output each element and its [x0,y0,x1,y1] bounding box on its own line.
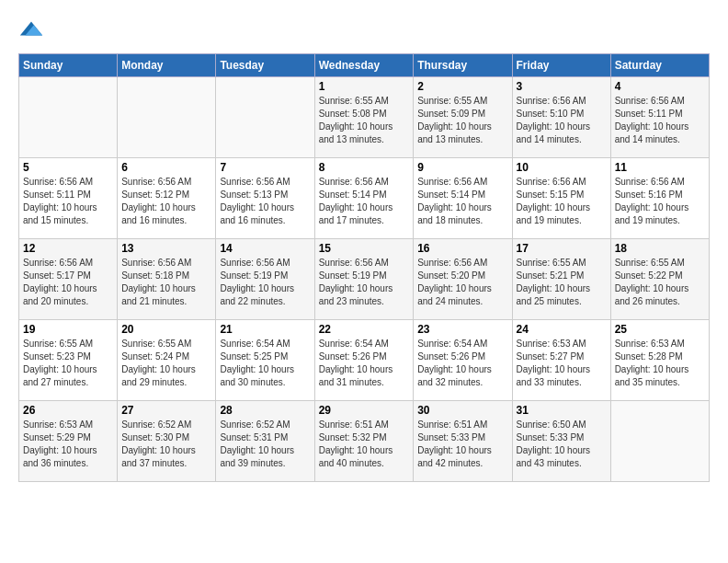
day-info: Sunrise: 6:53 AMSunset: 5:27 PMDaylight:… [517,338,607,389]
day-cell-6: 6Sunrise: 6:56 AMSunset: 5:12 PMDaylight… [118,158,216,239]
day-cell-15: 15Sunrise: 6:56 AMSunset: 5:19 PMDayligh… [314,239,414,320]
day-info: Sunrise: 6:56 AMSunset: 5:11 PMDaylight:… [615,95,705,146]
day-cell-23: 23Sunrise: 6:54 AMSunset: 5:26 PMDayligh… [414,320,512,401]
day-number: 11 [615,161,705,174]
day-info: Sunrise: 6:56 AMSunset: 5:18 PMDaylight:… [121,257,211,308]
day-info: Sunrise: 6:56 AMSunset: 5:10 PMDaylight:… [517,95,607,146]
day-number: 6 [121,161,211,174]
day-cell-8: 8Sunrise: 6:56 AMSunset: 5:14 PMDaylight… [314,158,414,239]
empty-cell [19,77,118,158]
day-info: Sunrise: 6:51 AMSunset: 5:32 PMDaylight:… [319,419,410,470]
calendar-table: SundayMondayTuesdayWednesdayThursdayFrid… [18,53,710,482]
day-cell-7: 7Sunrise: 6:56 AMSunset: 5:13 PMDaylight… [216,158,314,239]
day-number: 3 [517,80,607,93]
day-info: Sunrise: 6:51 AMSunset: 5:33 PMDaylight:… [417,419,507,470]
day-info: Sunrise: 6:55 AMSunset: 5:24 PMDaylight:… [121,338,211,389]
empty-cell [610,401,709,482]
day-cell-20: 20Sunrise: 6:55 AMSunset: 5:24 PMDayligh… [118,320,216,401]
day-cell-26: 26Sunrise: 6:53 AMSunset: 5:29 PMDayligh… [19,401,118,482]
day-cell-28: 28Sunrise: 6:52 AMSunset: 5:31 PMDayligh… [216,401,314,482]
day-cell-22: 22Sunrise: 6:54 AMSunset: 5:26 PMDayligh… [314,320,414,401]
day-info: Sunrise: 6:56 AMSunset: 5:11 PMDaylight:… [23,176,113,227]
day-info: Sunrise: 6:56 AMSunset: 5:19 PMDaylight:… [220,257,310,308]
day-info: Sunrise: 6:56 AMSunset: 5:14 PMDaylight:… [417,176,507,227]
day-number: 28 [220,404,310,417]
day-cell-5: 5Sunrise: 6:56 AMSunset: 5:11 PMDaylight… [19,158,118,239]
day-cell-13: 13Sunrise: 6:56 AMSunset: 5:18 PMDayligh… [118,239,216,320]
day-number: 9 [417,161,507,174]
day-number: 5 [23,161,113,174]
week-row-3: 12Sunrise: 6:56 AMSunset: 5:17 PMDayligh… [19,239,710,320]
empty-cell [118,77,216,158]
empty-cell [216,77,314,158]
day-cell-14: 14Sunrise: 6:56 AMSunset: 5:19 PMDayligh… [216,239,314,320]
day-cell-10: 10Sunrise: 6:56 AMSunset: 5:15 PMDayligh… [512,158,610,239]
day-cell-18: 18Sunrise: 6:55 AMSunset: 5:22 PMDayligh… [610,239,709,320]
day-info: Sunrise: 6:54 AMSunset: 5:26 PMDaylight:… [319,338,410,389]
day-cell-27: 27Sunrise: 6:52 AMSunset: 5:30 PMDayligh… [118,401,216,482]
day-number: 25 [615,323,705,336]
day-info: Sunrise: 6:52 AMSunset: 5:30 PMDaylight:… [121,419,211,470]
day-number: 17 [517,242,607,255]
day-cell-21: 21Sunrise: 6:54 AMSunset: 5:25 PMDayligh… [216,320,314,401]
day-number: 30 [417,404,507,417]
day-info: Sunrise: 6:56 AMSunset: 5:16 PMDaylight:… [615,176,705,227]
day-cell-24: 24Sunrise: 6:53 AMSunset: 5:27 PMDayligh… [512,320,610,401]
day-number: 23 [417,323,507,336]
weekday-header-row: SundayMondayTuesdayWednesdayThursdayFrid… [19,54,710,77]
day-cell-29: 29Sunrise: 6:51 AMSunset: 5:32 PMDayligh… [314,401,414,482]
day-cell-1: 1Sunrise: 6:55 AMSunset: 5:08 PMDaylight… [314,77,414,158]
day-info: Sunrise: 6:55 AMSunset: 5:09 PMDaylight:… [417,95,507,146]
day-info: Sunrise: 6:55 AMSunset: 5:08 PMDaylight:… [319,95,410,146]
page-header [18,18,710,44]
day-number: 22 [319,323,410,336]
day-number: 19 [23,323,113,336]
day-info: Sunrise: 6:55 AMSunset: 5:23 PMDaylight:… [23,338,113,389]
day-number: 18 [615,242,705,255]
day-number: 21 [220,323,310,336]
weekday-header-thursday: Thursday [414,54,512,77]
day-number: 7 [220,161,310,174]
weekday-header-tuesday: Tuesday [216,54,314,77]
day-cell-9: 9Sunrise: 6:56 AMSunset: 5:14 PMDaylight… [414,158,512,239]
day-info: Sunrise: 6:52 AMSunset: 5:31 PMDaylight:… [220,419,310,470]
weekday-header-sunday: Sunday [19,54,118,77]
week-row-5: 26Sunrise: 6:53 AMSunset: 5:29 PMDayligh… [19,401,710,482]
day-cell-12: 12Sunrise: 6:56 AMSunset: 5:17 PMDayligh… [19,239,118,320]
day-cell-31: 31Sunrise: 6:50 AMSunset: 5:33 PMDayligh… [512,401,610,482]
week-row-2: 5Sunrise: 6:56 AMSunset: 5:11 PMDaylight… [19,158,710,239]
day-number: 29 [319,404,410,417]
weekday-header-saturday: Saturday [610,54,709,77]
day-number: 31 [517,404,607,417]
day-info: Sunrise: 6:54 AMSunset: 5:25 PMDaylight:… [220,338,310,389]
day-cell-16: 16Sunrise: 6:56 AMSunset: 5:20 PMDayligh… [414,239,512,320]
day-info: Sunrise: 6:53 AMSunset: 5:29 PMDaylight:… [23,419,113,470]
day-number: 16 [417,242,507,255]
day-info: Sunrise: 6:53 AMSunset: 5:28 PMDaylight:… [615,338,705,389]
day-info: Sunrise: 6:56 AMSunset: 5:19 PMDaylight:… [319,257,410,308]
day-number: 2 [417,80,507,93]
weekday-header-wednesday: Wednesday [314,54,414,77]
day-number: 20 [121,323,211,336]
day-cell-17: 17Sunrise: 6:55 AMSunset: 5:21 PMDayligh… [512,239,610,320]
day-cell-2: 2Sunrise: 6:55 AMSunset: 5:09 PMDaylight… [414,77,512,158]
day-number: 8 [319,161,410,174]
day-number: 13 [121,242,211,255]
day-info: Sunrise: 6:55 AMSunset: 5:21 PMDaylight:… [517,257,607,308]
day-cell-25: 25Sunrise: 6:53 AMSunset: 5:28 PMDayligh… [610,320,709,401]
day-info: Sunrise: 6:56 AMSunset: 5:14 PMDaylight:… [319,176,410,227]
day-cell-30: 30Sunrise: 6:51 AMSunset: 5:33 PMDayligh… [414,401,512,482]
day-cell-3: 3Sunrise: 6:56 AMSunset: 5:10 PMDaylight… [512,77,610,158]
day-cell-19: 19Sunrise: 6:55 AMSunset: 5:23 PMDayligh… [19,320,118,401]
day-info: Sunrise: 6:55 AMSunset: 5:22 PMDaylight:… [615,257,705,308]
day-cell-4: 4Sunrise: 6:56 AMSunset: 5:11 PMDaylight… [610,77,709,158]
day-info: Sunrise: 6:56 AMSunset: 5:15 PMDaylight:… [517,176,607,227]
week-row-1: 1Sunrise: 6:55 AMSunset: 5:08 PMDaylight… [19,77,710,158]
day-number: 27 [121,404,211,417]
day-number: 24 [517,323,607,336]
day-info: Sunrise: 6:56 AMSunset: 5:12 PMDaylight:… [121,176,211,227]
day-info: Sunrise: 6:54 AMSunset: 5:26 PMDaylight:… [417,338,507,389]
day-number: 10 [517,161,607,174]
day-info: Sunrise: 6:56 AMSunset: 5:13 PMDaylight:… [220,176,310,227]
day-number: 14 [220,242,310,255]
